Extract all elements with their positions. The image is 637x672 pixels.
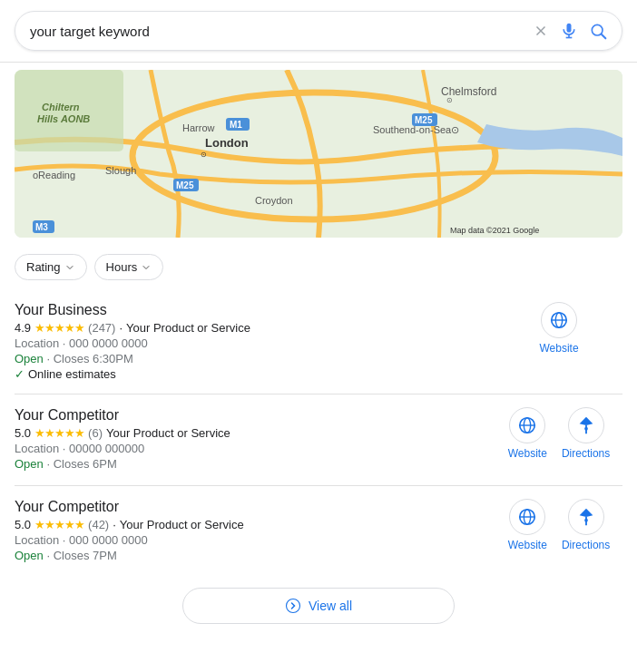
voice-search-button[interactable] bbox=[560, 22, 578, 40]
category-3: Your Product or Service bbox=[120, 518, 244, 531]
svg-text:Map data ©2021 Google: Map data ©2021 Google bbox=[450, 226, 539, 235]
close-time-2: Closes 6PM bbox=[54, 457, 117, 471]
open-status-2: Open bbox=[15, 457, 44, 471]
svg-text:Croydon: Croydon bbox=[255, 195, 293, 206]
location-label-2: Location bbox=[15, 442, 59, 455]
search-input[interactable] bbox=[30, 24, 533, 39]
results-list: Your Business 4.9 ★★★★★ (247) · Your Pro… bbox=[0, 289, 637, 577]
chevron-down-icon-2 bbox=[141, 262, 152, 273]
actions-row-2: Website Directions bbox=[508, 407, 611, 460]
dot-sep-2: · bbox=[46, 457, 53, 471]
website-button-3[interactable]: Website bbox=[508, 499, 547, 551]
rating-row-2: 5.0 ★★★★★ (6) Your Product or Service bbox=[15, 426, 485, 440]
stars-3: ★★★★★ bbox=[34, 518, 84, 531]
business-name-2[interactable]: Your Competitor bbox=[15, 407, 485, 424]
separator-loc-3: · bbox=[63, 533, 69, 547]
directions-icon-circle-2 bbox=[568, 407, 604, 443]
result-actions-1: Website bbox=[495, 302, 622, 355]
view-all-container: View all bbox=[0, 577, 637, 642]
location-label-3: Location bbox=[15, 533, 59, 547]
search-icons bbox=[533, 22, 607, 40]
svg-point-41 bbox=[287, 599, 300, 613]
directions-button-3[interactable]: Directions bbox=[562, 499, 610, 551]
rating-row-1: 4.9 ★★★★★ (247) · Your Product or Servic… bbox=[15, 321, 485, 335]
svg-text:M25: M25 bbox=[176, 180, 194, 190]
location-row-3: Location · 000 0000 0000 bbox=[15, 533, 485, 547]
website-button-1[interactable]: Website bbox=[539, 302, 578, 355]
directions-icon-3 bbox=[576, 507, 596, 527]
extra-1: ✓ Online estimates bbox=[15, 367, 485, 381]
rating-row-3: 5.0 ★★★★★ (42) · Your Product or Service bbox=[15, 518, 485, 531]
directions-button-2[interactable]: Directions bbox=[562, 407, 610, 460]
result-info-2: Your Competitor 5.0 ★★★★★ (6) Your Produ… bbox=[15, 407, 485, 472]
phone-1: 000 0000 0000 bbox=[69, 336, 148, 350]
location-label-1: Location bbox=[15, 336, 59, 350]
result-item-2: Your Competitor 5.0 ★★★★★ (6) Your Produ… bbox=[15, 394, 622, 486]
result-info-1: Your Business 4.9 ★★★★★ (247) · Your Pro… bbox=[15, 302, 485, 381]
dot-sep-3: · bbox=[46, 549, 53, 562]
website-icon-circle-2 bbox=[509, 407, 545, 443]
svg-point-40 bbox=[584, 519, 588, 522]
hours-filter[interactable]: Hours bbox=[94, 254, 164, 280]
rating-value-1: 4.9 bbox=[15, 321, 31, 335]
rating-value-3: 5.0 bbox=[15, 518, 31, 531]
review-count-1: (247) bbox=[88, 321, 115, 335]
filters-row: Rating Hours bbox=[0, 245, 637, 289]
svg-text:London: London bbox=[205, 136, 249, 150]
separator-loc-2: · bbox=[63, 442, 69, 455]
close-time-1: Closes 6:30PM bbox=[54, 352, 133, 365]
globe-icon-3 bbox=[517, 507, 537, 527]
dot-sep-1: · bbox=[46, 352, 53, 365]
result-item-3: Your Competitor 5.0 ★★★★★ (42) · Your Pr… bbox=[15, 486, 622, 577]
close-time-3: Closes 7PM bbox=[54, 549, 117, 562]
svg-text:M25: M25 bbox=[415, 115, 433, 125]
svg-point-36 bbox=[584, 427, 588, 431]
result-actions-3: Website Directions bbox=[495, 499, 622, 551]
arrow-right-icon bbox=[285, 598, 301, 614]
open-status-3: Open bbox=[15, 549, 44, 562]
rating-filter[interactable]: Rating bbox=[15, 254, 87, 280]
svg-text:Slough: Slough bbox=[105, 165, 136, 176]
hours-row-2: Open · Closes 6PM bbox=[15, 457, 485, 471]
directions-label-3: Directions bbox=[562, 539, 610, 551]
svg-text:Harrow: Harrow bbox=[182, 122, 215, 133]
result-item-1: Your Business 4.9 ★★★★★ (247) · Your Pro… bbox=[15, 289, 622, 394]
check-icon-1: ✓ bbox=[15, 367, 24, 381]
svg-text:Hills AONB: Hills AONB bbox=[37, 113, 90, 124]
business-name-1[interactable]: Your Business bbox=[15, 302, 485, 318]
result-info-3: Your Competitor 5.0 ★★★★★ (42) · Your Pr… bbox=[15, 499, 485, 564]
map-container[interactable]: Chiltern Hills AONB London ⊙ Slough Harr… bbox=[15, 70, 622, 238]
directions-icon-2 bbox=[576, 415, 596, 435]
view-all-button[interactable]: View all bbox=[182, 588, 455, 624]
phone-3: 000 0000 0000 bbox=[69, 533, 148, 547]
review-count-2: (6) bbox=[88, 426, 103, 440]
website-label-3: Website bbox=[508, 539, 547, 551]
svg-text:Chiltern: Chiltern bbox=[42, 102, 80, 112]
svg-text:⊙: ⊙ bbox=[201, 151, 207, 159]
rating-value-2: 5.0 bbox=[15, 426, 31, 440]
stars-2: ★★★★★ bbox=[34, 426, 84, 440]
globe-icon-1 bbox=[549, 310, 569, 330]
map-image: Chiltern Hills AONB London ⊙ Slough Harr… bbox=[15, 70, 622, 238]
website-icon-circle-3 bbox=[509, 499, 545, 535]
directions-label-2: Directions bbox=[562, 447, 610, 460]
search-bar bbox=[15, 11, 622, 51]
search-button[interactable] bbox=[589, 22, 607, 40]
category-2: Your Product or Service bbox=[106, 426, 230, 440]
clear-button[interactable] bbox=[533, 23, 549, 39]
website-label-1: Website bbox=[539, 342, 578, 355]
svg-text:oReading: oReading bbox=[33, 170, 75, 180]
extra-label-1: Online estimates bbox=[28, 367, 116, 381]
review-count-3: (42) bbox=[88, 518, 109, 531]
business-name-3[interactable]: Your Competitor bbox=[15, 499, 485, 515]
hours-row-3: Open · Closes 7PM bbox=[15, 549, 485, 562]
separator-3: · bbox=[113, 518, 116, 531]
svg-line-6 bbox=[602, 34, 606, 39]
phone-2: 00000 000000 bbox=[69, 442, 144, 455]
svg-rect-2 bbox=[567, 24, 572, 33]
separator-loc-1: · bbox=[63, 336, 69, 350]
category-1: Your Product or Service bbox=[126, 321, 250, 335]
open-status-1: Open bbox=[15, 352, 44, 365]
website-button-2[interactable]: Website bbox=[508, 407, 547, 460]
location-row-1: Location · 000 0000 0000 bbox=[15, 336, 485, 350]
